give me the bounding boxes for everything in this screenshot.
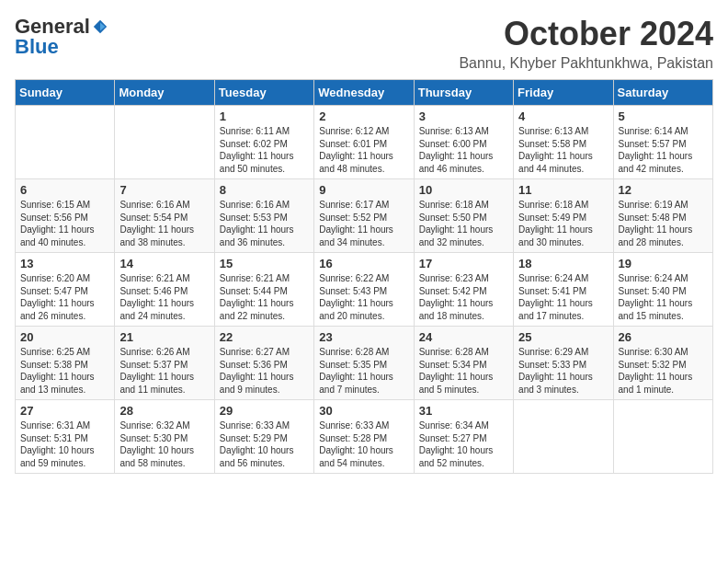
day-number: 22 xyxy=(220,330,309,344)
calendar-cell xyxy=(514,400,613,474)
sunrise-text: Sunrise: 6:18 AM xyxy=(419,199,508,212)
header-day-thursday: Thursday xyxy=(414,80,513,106)
daylight-text: Daylight: 11 hours and 18 minutes. xyxy=(419,297,508,322)
sunset-text: Sunset: 5:33 PM xyxy=(518,359,608,372)
calendar-cell xyxy=(613,400,712,474)
sunset-text: Sunset: 5:41 PM xyxy=(518,285,608,298)
calendar-cell: 13Sunrise: 6:20 AMSunset: 5:47 PMDayligh… xyxy=(16,253,115,327)
header-day-monday: Monday xyxy=(115,80,214,106)
day-number: 30 xyxy=(319,404,408,418)
day-number: 26 xyxy=(619,330,708,344)
location-title: Bannu, Khyber Pakhtunkhwa, Pakistan xyxy=(459,55,713,72)
daylight-text: Daylight: 11 hours and 11 minutes. xyxy=(119,371,209,396)
day-number: 21 xyxy=(119,330,209,344)
daylight-text: Daylight: 11 hours and 17 minutes. xyxy=(518,297,608,322)
sunset-text: Sunset: 6:01 PM xyxy=(319,138,408,151)
sunset-text: Sunset: 6:00 PM xyxy=(419,138,508,151)
daylight-text: Daylight: 10 hours and 58 minutes. xyxy=(119,444,209,469)
header-day-tuesday: Tuesday xyxy=(214,80,313,106)
day-number: 10 xyxy=(419,183,508,197)
daylight-text: Daylight: 11 hours and 32 minutes. xyxy=(419,224,508,248)
calendar-cell: 28Sunrise: 6:32 AMSunset: 5:30 PMDayligh… xyxy=(115,400,214,474)
day-number: 11 xyxy=(518,183,608,197)
daylight-text: Daylight: 10 hours and 59 minutes. xyxy=(20,444,109,469)
sunrise-text: Sunrise: 6:15 AM xyxy=(20,199,109,212)
sunset-text: Sunset: 5:42 PM xyxy=(419,285,508,298)
sunrise-text: Sunrise: 6:21 AM xyxy=(220,272,309,285)
day-number: 18 xyxy=(518,257,608,270)
day-number: 17 xyxy=(419,257,508,270)
sunset-text: Sunset: 5:43 PM xyxy=(319,285,408,298)
calendar-cell: 26Sunrise: 6:30 AMSunset: 5:32 PMDayligh… xyxy=(613,327,712,400)
sunset-text: Sunset: 5:48 PM xyxy=(619,212,708,224)
sunrise-text: Sunrise: 6:32 AM xyxy=(119,419,209,432)
daylight-text: Daylight: 10 hours and 56 minutes. xyxy=(220,444,309,469)
daylight-text: Daylight: 11 hours and 15 minutes. xyxy=(619,297,708,322)
sunrise-text: Sunrise: 6:13 AM xyxy=(518,125,608,138)
sunset-text: Sunset: 5:54 PM xyxy=(119,212,209,224)
calendar-cell: 14Sunrise: 6:21 AMSunset: 5:46 PMDayligh… xyxy=(115,253,214,327)
sunrise-text: Sunrise: 6:25 AM xyxy=(20,346,109,359)
day-number: 16 xyxy=(319,257,408,270)
sunrise-text: Sunrise: 6:23 AM xyxy=(419,272,508,285)
calendar-cell: 27Sunrise: 6:31 AMSunset: 5:31 PMDayligh… xyxy=(16,400,115,474)
day-number: 2 xyxy=(319,109,408,123)
day-number: 28 xyxy=(119,404,209,418)
sunrise-text: Sunrise: 6:30 AM xyxy=(619,346,708,359)
daylight-text: Daylight: 11 hours and 5 minutes. xyxy=(419,371,508,396)
sunrise-text: Sunrise: 6:28 AM xyxy=(319,346,408,359)
day-number: 3 xyxy=(419,109,508,123)
calendar-cell: 30Sunrise: 6:33 AMSunset: 5:28 PMDayligh… xyxy=(314,400,414,474)
calendar-cell xyxy=(16,106,115,179)
daylight-text: Daylight: 11 hours and 22 minutes. xyxy=(220,297,309,322)
logo-icon xyxy=(92,18,108,35)
day-number: 9 xyxy=(319,183,408,197)
header-day-sunday: Sunday xyxy=(16,80,115,106)
sunset-text: Sunset: 5:50 PM xyxy=(419,212,508,224)
daylight-text: Daylight: 11 hours and 24 minutes. xyxy=(119,297,209,322)
daylight-text: Daylight: 11 hours and 7 minutes. xyxy=(319,371,408,396)
day-number: 5 xyxy=(619,109,708,123)
sunset-text: Sunset: 5:30 PM xyxy=(119,432,209,445)
daylight-text: Daylight: 10 hours and 54 minutes. xyxy=(319,444,408,469)
title-block: October 2024 Bannu, Khyber Pakhtunkhwa, … xyxy=(459,15,713,72)
day-number: 7 xyxy=(119,183,209,197)
sunset-text: Sunset: 5:37 PM xyxy=(119,359,209,372)
sunrise-text: Sunrise: 6:29 AM xyxy=(518,346,608,359)
calendar-cell: 20Sunrise: 6:25 AMSunset: 5:38 PMDayligh… xyxy=(16,327,115,400)
daylight-text: Daylight: 11 hours and 48 minutes. xyxy=(319,150,408,175)
sunrise-text: Sunrise: 6:19 AM xyxy=(619,199,708,212)
sunrise-text: Sunrise: 6:21 AM xyxy=(119,272,209,285)
sunrise-text: Sunrise: 6:12 AM xyxy=(319,125,408,138)
daylight-text: Daylight: 11 hours and 36 minutes. xyxy=(220,224,309,248)
calendar-week-4: 20Sunrise: 6:25 AMSunset: 5:38 PMDayligh… xyxy=(16,327,713,400)
calendar-cell: 25Sunrise: 6:29 AMSunset: 5:33 PMDayligh… xyxy=(514,327,613,400)
sunset-text: Sunset: 5:34 PM xyxy=(419,359,508,372)
sunset-text: Sunset: 5:35 PM xyxy=(319,359,408,372)
day-number: 29 xyxy=(220,404,309,418)
calendar-cell: 19Sunrise: 6:24 AMSunset: 5:40 PMDayligh… xyxy=(613,253,712,327)
sunset-text: Sunset: 5:44 PM xyxy=(220,285,309,298)
day-number: 14 xyxy=(119,257,209,270)
day-number: 24 xyxy=(419,330,508,344)
day-number: 25 xyxy=(518,330,608,344)
day-number: 15 xyxy=(220,257,309,270)
sunset-text: Sunset: 5:38 PM xyxy=(20,359,109,372)
calendar-cell: 21Sunrise: 6:26 AMSunset: 5:37 PMDayligh… xyxy=(115,327,214,400)
calendar-cell: 2Sunrise: 6:12 AMSunset: 6:01 PMDaylight… xyxy=(314,106,414,179)
sunrise-text: Sunrise: 6:33 AM xyxy=(319,419,408,432)
daylight-text: Daylight: 11 hours and 40 minutes. xyxy=(20,224,109,248)
sunrise-text: Sunrise: 6:11 AM xyxy=(220,125,309,138)
sunset-text: Sunset: 5:31 PM xyxy=(20,432,109,445)
sunrise-text: Sunrise: 6:26 AM xyxy=(119,346,209,359)
daylight-text: Daylight: 11 hours and 44 minutes. xyxy=(518,150,608,175)
calendar-cell: 1Sunrise: 6:11 AMSunset: 6:02 PMDaylight… xyxy=(214,106,313,179)
calendar-week-1: 1Sunrise: 6:11 AMSunset: 6:02 PMDaylight… xyxy=(16,106,713,179)
daylight-text: Daylight: 11 hours and 30 minutes. xyxy=(518,224,608,248)
daylight-text: Daylight: 11 hours and 38 minutes. xyxy=(119,224,209,248)
calendar-cell: 12Sunrise: 6:19 AMSunset: 5:48 PMDayligh… xyxy=(613,179,712,253)
daylight-text: Daylight: 11 hours and 9 minutes. xyxy=(220,371,309,396)
sunset-text: Sunset: 5:32 PM xyxy=(619,359,708,372)
sunrise-text: Sunrise: 6:27 AM xyxy=(220,346,309,359)
sunset-text: Sunset: 5:29 PM xyxy=(220,432,309,445)
